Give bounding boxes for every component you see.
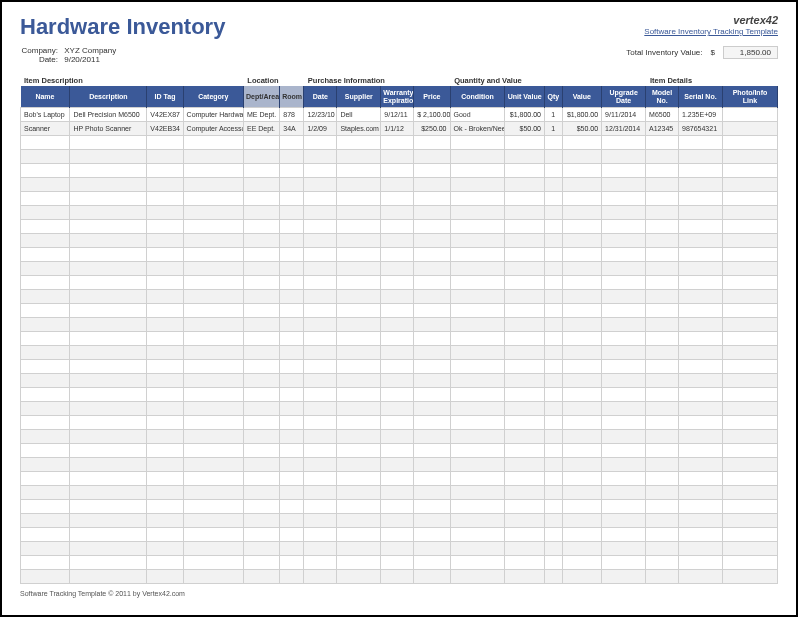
empty-cell[interactable] bbox=[722, 192, 777, 206]
empty-cell[interactable] bbox=[244, 416, 280, 430]
empty-cell[interactable] bbox=[381, 178, 414, 192]
empty-cell[interactable] bbox=[722, 304, 777, 318]
empty-cell[interactable] bbox=[244, 486, 280, 500]
table-row[interactable] bbox=[21, 514, 778, 528]
empty-cell[interactable] bbox=[70, 556, 147, 570]
empty-cell[interactable] bbox=[544, 164, 562, 178]
empty-cell[interactable] bbox=[602, 416, 646, 430]
empty-cell[interactable] bbox=[602, 556, 646, 570]
empty-cell[interactable] bbox=[183, 234, 243, 248]
empty-cell[interactable] bbox=[21, 248, 70, 262]
empty-cell[interactable] bbox=[505, 262, 545, 276]
empty-cell[interactable] bbox=[244, 276, 280, 290]
empty-cell[interactable] bbox=[646, 318, 679, 332]
empty-cell[interactable] bbox=[722, 276, 777, 290]
empty-cell[interactable] bbox=[562, 444, 602, 458]
empty-cell[interactable] bbox=[304, 178, 337, 192]
empty-cell[interactable] bbox=[505, 234, 545, 248]
table-row[interactable] bbox=[21, 500, 778, 514]
empty-cell[interactable] bbox=[602, 486, 646, 500]
empty-cell[interactable] bbox=[450, 528, 505, 542]
empty-cell[interactable] bbox=[414, 150, 450, 164]
empty-cell[interactable] bbox=[244, 570, 280, 584]
table-row[interactable] bbox=[21, 262, 778, 276]
empty-cell[interactable] bbox=[450, 164, 505, 178]
empty-cell[interactable] bbox=[562, 430, 602, 444]
empty-cell[interactable] bbox=[280, 318, 304, 332]
empty-cell[interactable] bbox=[414, 178, 450, 192]
empty-cell[interactable] bbox=[280, 290, 304, 304]
table-row[interactable] bbox=[21, 206, 778, 220]
empty-cell[interactable] bbox=[450, 248, 505, 262]
empty-cell[interactable] bbox=[450, 416, 505, 430]
empty-cell[interactable] bbox=[304, 248, 337, 262]
empty-cell[interactable] bbox=[147, 444, 183, 458]
empty-cell[interactable] bbox=[381, 500, 414, 514]
empty-cell[interactable] bbox=[381, 346, 414, 360]
empty-cell[interactable] bbox=[280, 360, 304, 374]
empty-cell[interactable] bbox=[183, 304, 243, 318]
empty-cell[interactable] bbox=[646, 304, 679, 318]
empty-cell[interactable] bbox=[381, 136, 414, 150]
empty-cell[interactable] bbox=[602, 332, 646, 346]
empty-cell[interactable] bbox=[337, 458, 381, 472]
empty-cell[interactable] bbox=[70, 528, 147, 542]
empty-cell[interactable] bbox=[304, 472, 337, 486]
empty-cell[interactable] bbox=[183, 570, 243, 584]
empty-cell[interactable] bbox=[562, 570, 602, 584]
empty-cell[interactable] bbox=[562, 360, 602, 374]
empty-cell[interactable] bbox=[21, 360, 70, 374]
empty-cell[interactable] bbox=[722, 136, 777, 150]
empty-cell[interactable] bbox=[147, 374, 183, 388]
empty-cell[interactable] bbox=[679, 290, 723, 304]
empty-cell[interactable] bbox=[602, 570, 646, 584]
empty-cell[interactable] bbox=[147, 164, 183, 178]
empty-cell[interactable] bbox=[646, 290, 679, 304]
table-row[interactable] bbox=[21, 136, 778, 150]
empty-cell[interactable] bbox=[544, 472, 562, 486]
empty-cell[interactable] bbox=[147, 360, 183, 374]
empty-cell[interactable] bbox=[414, 276, 450, 290]
empty-cell[interactable] bbox=[679, 402, 723, 416]
empty-cell[interactable] bbox=[562, 472, 602, 486]
empty-cell[interactable] bbox=[450, 486, 505, 500]
empty-cell[interactable] bbox=[147, 458, 183, 472]
empty-cell[interactable] bbox=[280, 374, 304, 388]
empty-cell[interactable] bbox=[722, 332, 777, 346]
empty-cell[interactable] bbox=[70, 304, 147, 318]
empty-cell[interactable] bbox=[21, 290, 70, 304]
empty-cell[interactable] bbox=[544, 318, 562, 332]
empty-cell[interactable] bbox=[280, 220, 304, 234]
table-row[interactable] bbox=[21, 542, 778, 556]
cell-dept_area[interactable]: EE Dept. bbox=[244, 122, 280, 136]
empty-cell[interactable] bbox=[304, 290, 337, 304]
table-row[interactable] bbox=[21, 220, 778, 234]
table-row[interactable]: ScannerHP Photo ScannerV42EB34Computer A… bbox=[21, 122, 778, 136]
empty-cell[interactable] bbox=[722, 444, 777, 458]
empty-cell[interactable] bbox=[544, 402, 562, 416]
empty-cell[interactable] bbox=[646, 360, 679, 374]
empty-cell[interactable] bbox=[280, 500, 304, 514]
empty-cell[interactable] bbox=[21, 444, 70, 458]
empty-cell[interactable] bbox=[679, 514, 723, 528]
empty-cell[interactable] bbox=[414, 136, 450, 150]
empty-cell[interactable] bbox=[280, 444, 304, 458]
empty-cell[interactable] bbox=[544, 248, 562, 262]
empty-cell[interactable] bbox=[280, 136, 304, 150]
empty-cell[interactable] bbox=[679, 220, 723, 234]
cell-qty[interactable]: 1 bbox=[544, 122, 562, 136]
empty-cell[interactable] bbox=[414, 444, 450, 458]
cell-supplier[interactable]: Staples.com bbox=[337, 122, 381, 136]
empty-cell[interactable] bbox=[505, 290, 545, 304]
empty-cell[interactable] bbox=[183, 514, 243, 528]
empty-cell[interactable] bbox=[544, 304, 562, 318]
empty-cell[interactable] bbox=[450, 304, 505, 318]
empty-cell[interactable] bbox=[562, 304, 602, 318]
empty-cell[interactable] bbox=[505, 570, 545, 584]
cell-description[interactable]: HP Photo Scanner bbox=[70, 122, 147, 136]
table-row[interactable] bbox=[21, 472, 778, 486]
empty-cell[interactable] bbox=[381, 206, 414, 220]
empty-cell[interactable] bbox=[414, 374, 450, 388]
empty-cell[interactable] bbox=[562, 276, 602, 290]
table-row[interactable] bbox=[21, 164, 778, 178]
